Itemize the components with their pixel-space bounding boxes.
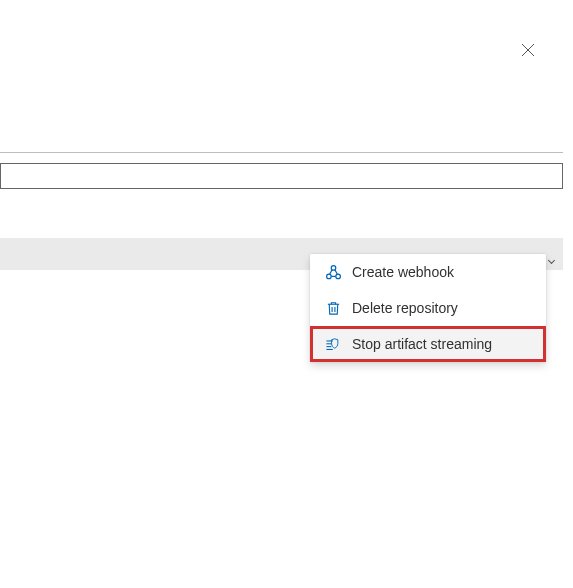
text-input[interactable] — [0, 163, 563, 189]
svg-point-2 — [331, 265, 336, 270]
menu-item-create-webhook[interactable]: Create webhook — [310, 254, 546, 290]
context-menu: Create webhook Delete repository Stop ar — [310, 254, 546, 362]
close-button[interactable] — [518, 42, 538, 62]
svg-point-4 — [335, 274, 340, 279]
webhook-icon — [324, 263, 342, 281]
menu-item-delete-repository[interactable]: Delete repository — [310, 290, 546, 326]
trash-icon — [324, 299, 342, 317]
stream-shield-icon — [324, 335, 342, 353]
divider — [0, 152, 563, 153]
menu-item-stop-artifact-streaming[interactable]: Stop artifact streaming — [310, 326, 546, 362]
menu-item-label: Stop artifact streaming — [352, 336, 492, 352]
svg-point-3 — [326, 274, 331, 279]
menu-item-label: Create webhook — [352, 264, 454, 280]
menu-item-label: Delete repository — [352, 300, 458, 316]
close-icon — [520, 42, 536, 62]
